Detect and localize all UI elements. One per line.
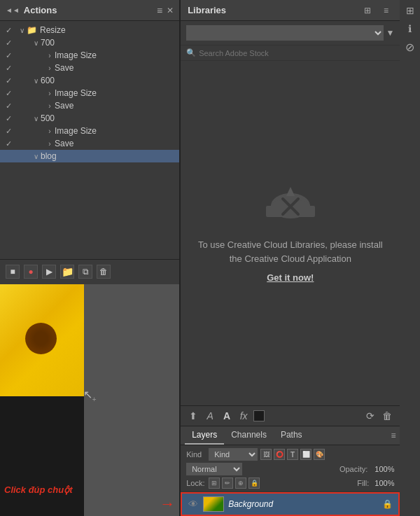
expand-700[interactable]: ∨: [31, 39, 41, 47]
tab-layers[interactable]: Layers: [185, 426, 224, 445]
layers-panel-menu-icon[interactable]: ≡: [391, 431, 396, 440]
kind-icon-adjustment[interactable]: ⭕: [274, 449, 285, 460]
check-700-imagesize: ✓: [3, 51, 14, 60]
actions-menu-icon[interactable]: ≡: [157, 5, 162, 16]
tree-item-600-imagesize[interactable]: ✓ › Image Size: [0, 87, 179, 99]
lock-icons: ⊞ ✏ ⊕ 🔒: [209, 477, 260, 489]
layers-toolbar: ⬆ A A fx ⟳ 🗑: [181, 405, 400, 426]
search-icon: 🔍: [186, 48, 196, 57]
check-500: ✓: [3, 114, 14, 123]
tree-item-500[interactable]: ✓ ∨ 500: [0, 112, 179, 125]
libraries-dropdown-row: ▼: [181, 21, 400, 46]
search-row: 🔍: [181, 46, 400, 61]
lock-fill-row: Lock: ⊞ ✏ ⊕ 🔒 Fill: 100%: [186, 477, 394, 489]
lock-position-icon[interactable]: ⊕: [235, 477, 246, 489]
layer-text-a-icon[interactable]: A: [220, 409, 234, 423]
libraries-dropdown[interactable]: [186, 25, 383, 41]
kind-icons: 🖼 ⭕ T ⬜ 🎨: [260, 449, 325, 460]
search-input[interactable]: [199, 49, 394, 57]
left-panel: ◄◄ Actions ≡ ✕ ✓ ∨ 📁 Resize ✓ ∨ 700 ✓ › …: [0, 0, 180, 516]
layer-thumbnail: [203, 496, 224, 512]
expand-600[interactable]: ∨: [31, 77, 41, 85]
tree-item-700[interactable]: ✓ ∨ 700: [0, 36, 179, 49]
tree-label-600: 600: [41, 76, 176, 85]
expand-blog[interactable]: ∨: [31, 153, 41, 160]
layer-lock-icon: 🔒: [382, 499, 393, 509]
new-action-set-button[interactable]: 📁: [60, 265, 74, 279]
tree-label-700: 700: [41, 38, 176, 48]
lock-label: Lock:: [186, 479, 206, 487]
tree-item-resize[interactable]: ✓ ∨ 📁 Resize: [0, 24, 179, 36]
libraries-list-icon[interactable]: ≡: [379, 4, 393, 18]
right-tool-column: ⊞ ℹ ⊘: [400, 0, 420, 516]
opacity-label: Opacity:: [340, 465, 368, 473]
folder-resize-icon: 📁: [27, 25, 37, 35]
layer-name-background: Background: [228, 499, 378, 509]
expand-700-save[interactable]: ›: [45, 64, 55, 72]
expand-resize[interactable]: ∨: [17, 27, 27, 34]
tab-channels[interactable]: Channels: [224, 426, 274, 445]
record-button[interactable]: ●: [24, 265, 38, 279]
blend-mode-dropdown[interactable]: Normal: [186, 463, 242, 475]
right-tool-info-icon[interactable]: ℹ: [402, 21, 418, 36]
stop-button[interactable]: ■: [6, 265, 20, 279]
new-action-button[interactable]: ⧉: [78, 265, 92, 279]
layer-upload-icon[interactable]: ⬆: [186, 409, 200, 423]
fill-label: Fill:: [357, 479, 369, 487]
expand-500-save[interactable]: ›: [45, 140, 55, 148]
expand-600-imagesize[interactable]: ›: [45, 90, 55, 97]
tree-item-600[interactable]: ✓ ∨ 600: [0, 74, 179, 87]
kind-icon-shape[interactable]: ⬜: [300, 449, 312, 460]
layer-link-icon[interactable]: ⟳: [363, 409, 377, 423]
tab-paths[interactable]: Paths: [274, 426, 309, 445]
actions-tree: ✓ ∨ 📁 Resize ✓ ∨ 700 ✓ › Image Size ✓ › …: [0, 21, 179, 259]
tree-item-700-imagesize[interactable]: ✓ › Image Size: [0, 49, 179, 62]
tree-item-600-save[interactable]: ✓ › Save: [0, 99, 179, 112]
tree-item-700-save[interactable]: ✓ › Save: [0, 62, 179, 74]
layer-trash-icon[interactable]: 🗑: [380, 409, 394, 423]
expand-500-imagesize[interactable]: ›: [45, 127, 55, 135]
layer-row-background[interactable]: 👁 Background 🔒: [181, 492, 400, 516]
check-600-save: ✓: [3, 102, 14, 111]
layer-row-container: 👁 Background 🔒 →: [181, 492, 400, 516]
delete-action-button[interactable]: 🗑: [97, 265, 111, 279]
libraries-grid-icon[interactable]: ⊞: [360, 4, 374, 18]
libraries-header: Libraries ⊞ ≡: [181, 0, 400, 21]
kind-icon-text[interactable]: T: [287, 449, 298, 460]
play-button[interactable]: ▶: [42, 265, 56, 279]
layer-gradient-a-icon[interactable]: A: [203, 409, 217, 423]
right-tool-brush-icon[interactable]: ⊘: [402, 39, 418, 55]
get-it-now-link[interactable]: Get it now!: [267, 272, 314, 283]
tree-item-blog[interactable]: ∨ blog: [0, 150, 179, 162]
collapse-arrows-icon[interactable]: ◄◄: [6, 6, 20, 14]
lock-transparent-icon[interactable]: ⊞: [209, 477, 220, 489]
kind-icon-image[interactable]: 🖼: [260, 449, 272, 460]
expand-500[interactable]: ∨: [31, 115, 41, 123]
check-500-imagesize: ✓: [3, 127, 14, 136]
expand-700-imagesize[interactable]: ›: [45, 52, 55, 60]
lock-all-icon[interactable]: 🔒: [248, 477, 260, 489]
lock-pixels-icon[interactable]: ✏: [222, 477, 233, 489]
tree-label-500: 500: [41, 113, 176, 123]
tree-label-700-imagesize: Image Size: [55, 50, 176, 60]
layers-panel: Layers Channels Paths ≡ Kind Kind 🖼 ⭕ T …: [181, 426, 400, 516]
tree-item-500-imagesize[interactable]: ✓ › Image Size: [0, 125, 179, 137]
sunflower-center: [25, 323, 57, 354]
right-tool-grid-icon[interactable]: ⊞: [402, 3, 418, 18]
red-arrow-icon: →: [160, 495, 175, 513]
canvas-dark-area: [0, 396, 84, 517]
tree-item-500-save[interactable]: ✓ › Save: [0, 137, 179, 150]
kind-dropdown[interactable]: Kind: [209, 448, 258, 461]
arrow-annotation: →: [160, 495, 175, 513]
layer-color-square[interactable]: [253, 410, 265, 421]
kind-icon-smart[interactable]: 🎨: [314, 449, 325, 460]
layer-eye-icon[interactable]: 👁: [188, 498, 199, 510]
layers-controls: Kind Kind 🖼 ⭕ T ⬜ 🎨 Normal Opacity: 1: [181, 445, 400, 492]
actions-panel-title: Actions: [24, 5, 57, 15]
expand-600-save[interactable]: ›: [45, 102, 55, 110]
blend-opacity-row: Normal Opacity: 100%: [186, 463, 394, 475]
layer-fx-icon[interactable]: fx: [237, 409, 251, 423]
actions-close-icon[interactable]: ✕: [167, 6, 174, 15]
cc-message: To use Creative Cloud Libraries, please …: [195, 238, 386, 265]
libraries-dropdown-arrow: ▼: [386, 28, 395, 38]
